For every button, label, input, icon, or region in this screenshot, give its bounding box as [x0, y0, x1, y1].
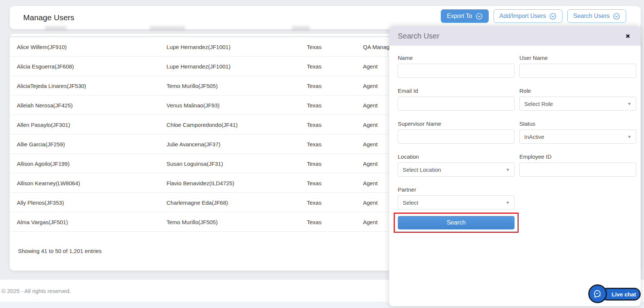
- emailid-input[interactable]: [398, 97, 515, 111]
- location-cell: Texas: [307, 43, 321, 50]
- supervisor-input[interactable]: [398, 129, 515, 144]
- location-cell: Texas: [307, 160, 321, 167]
- location-cell: Texas: [307, 199, 321, 205]
- user-name-cell: Allison Kearney(LW8064): [17, 180, 80, 186]
- location-field-label: Location: [398, 153, 515, 160]
- location-cell: Texas: [307, 102, 321, 108]
- supervisor-cell: Susan Loguinsa(JF31): [167, 160, 223, 167]
- copyright-text: © 2025 - All rights reserved.: [1, 287, 71, 294]
- supervisor-cell: Lupe Hernandez(JF1001): [167, 43, 231, 50]
- user-name-cell: Ally Plenos(JF353): [17, 199, 64, 205]
- role-cell: Agent: [363, 82, 378, 89]
- status-field-group: Status InActive ▼: [519, 121, 636, 144]
- add-import-users-button-label: Add/Import Users: [500, 13, 546, 19]
- user-name-cell: Alleiah Nerosa(JF425): [17, 102, 73, 108]
- blurred-column-header: [292, 26, 310, 30]
- partner-field-group: Partner Select ▼: [398, 186, 515, 210]
- role-cell: Agent: [363, 180, 378, 186]
- live-chat-label: Live chat: [611, 291, 636, 298]
- search-button[interactable]: Search: [398, 216, 515, 229]
- chat-bubble-icon[interactable]: [588, 284, 607, 303]
- partner-field-label: Partner: [398, 186, 515, 193]
- supervisor-cell: Chloe Camporedondo(JF41): [167, 121, 238, 128]
- supervisor-cell: Venus Malinao(JF93): [167, 102, 220, 108]
- chevron-circle-down-icon: [476, 13, 483, 20]
- role-field-group: Role Select Role ▼: [519, 88, 636, 111]
- user-name-cell: Allison Agoilo(JF199): [17, 160, 70, 167]
- user-name-cell: Alma Vargas(JF501): [17, 219, 68, 225]
- chevron-down-icon: ▼: [506, 201, 510, 205]
- search-form: Name User Name Email Id Role Select Role…: [389, 46, 641, 233]
- supervisor-cell: Julie Avancena(JF37): [167, 141, 220, 147]
- username-field-label: User Name: [519, 55, 636, 61]
- employeeid-field-group: Employee ID: [519, 153, 636, 177]
- search-button-highlight-box: Search: [394, 213, 519, 233]
- search-user-panel: Search User ✖ Name User Name Email Id Ro…: [389, 26, 641, 306]
- search-users-button-label: Search Users: [573, 13, 610, 19]
- location-select[interactable]: Select Location ▼: [398, 162, 515, 177]
- username-input[interactable]: [519, 64, 636, 78]
- export-to-button-label: Export To: [447, 13, 472, 19]
- location-cell: Texas: [307, 180, 321, 186]
- supervisor-cell: Charlemagne Eda(JF68): [167, 199, 228, 205]
- user-name-cell: Allen Pasaylo(JF301): [17, 121, 70, 128]
- supervisor-field-group: Supervisor Name: [398, 121, 515, 144]
- role-cell: Agent: [363, 199, 378, 205]
- location-cell: Texas: [307, 219, 321, 225]
- user-name-cell: AliciaTejeda Linares(JF530): [17, 82, 86, 89]
- location-cell: Texas: [307, 63, 321, 69]
- partner-select-value: Select: [403, 199, 418, 206]
- close-icon[interactable]: ✖: [625, 33, 630, 39]
- supervisor-cell: Flavio Benavidez(ILD4725): [167, 180, 234, 186]
- role-cell: Agent: [363, 160, 378, 167]
- supervisor-cell: Lupe Hernandez(JF1001): [167, 63, 231, 69]
- location-cell: Texas: [307, 121, 321, 128]
- location-field-group: Location Select Location ▼: [398, 153, 515, 177]
- role-cell: Agent: [363, 141, 378, 147]
- status-select-value: InActive: [524, 134, 544, 140]
- page-title: Manage Users: [23, 13, 74, 22]
- user-name-cell: Alicia Esguerra(JF608): [17, 63, 74, 69]
- supervisor-cell: Temo Murillo(JF505): [167, 219, 218, 225]
- blurred-column-header: [150, 26, 185, 30]
- manage-users-page: { "page": { "title": "Manage Users", "fo…: [0, 0, 644, 308]
- supervisor-cell: Temo Murillo(JF505): [167, 82, 218, 89]
- chevron-circle-down-icon: [549, 13, 556, 20]
- emailid-field-label: Email Id: [398, 88, 515, 94]
- search-panel-title: Search User: [398, 32, 439, 40]
- role-cell: Agent: [363, 63, 378, 69]
- status-field-label: Status: [519, 121, 636, 127]
- role-cell: Agent: [363, 121, 378, 128]
- employeeid-input[interactable]: [519, 162, 636, 177]
- blurred-column-header: [45, 26, 67, 30]
- user-name-cell: Alice Willem(JF910): [17, 43, 67, 50]
- search-panel-header: Search User ✖: [389, 26, 641, 46]
- chevron-down-icon: ▼: [627, 102, 632, 106]
- role-cell: Agent: [363, 102, 378, 108]
- toolbar: Export To Add/Import Users Search Users: [441, 9, 626, 23]
- partner-select[interactable]: Select ▼: [398, 195, 515, 210]
- chevron-circle-down-icon: [613, 13, 620, 20]
- role-select-value: Select Role: [524, 101, 553, 107]
- location-select-value: Select Location: [403, 167, 441, 173]
- location-cell: Texas: [307, 141, 321, 147]
- supervisor-field-label: Supervisor Name: [398, 121, 515, 127]
- search-users-button[interactable]: Search Users: [567, 9, 626, 23]
- role-cell: Agent: [363, 219, 378, 225]
- export-to-button[interactable]: Export To: [441, 9, 488, 23]
- status-select[interactable]: InActive ▼: [519, 129, 636, 144]
- username-field-group: User Name: [519, 55, 636, 78]
- location-cell: Texas: [307, 82, 321, 89]
- user-name-cell: Allie Garcia(JF259): [17, 141, 65, 147]
- name-input[interactable]: [398, 64, 515, 78]
- add-import-users-button[interactable]: Add/Import Users: [494, 9, 562, 23]
- name-field-label: Name: [398, 55, 515, 61]
- employeeid-field-label: Employee ID: [519, 153, 636, 160]
- chevron-down-icon: ▼: [506, 168, 510, 172]
- table-summary: Showing 41 to 50 of 1,201 entries: [18, 248, 102, 254]
- chevron-down-icon: ▼: [627, 135, 632, 139]
- role-select[interactable]: Select Role ▼: [519, 97, 636, 111]
- name-field-group: Name: [398, 55, 515, 78]
- emailid-field-group: Email Id: [398, 88, 515, 111]
- live-chat-button[interactable]: Live chat: [588, 284, 641, 304]
